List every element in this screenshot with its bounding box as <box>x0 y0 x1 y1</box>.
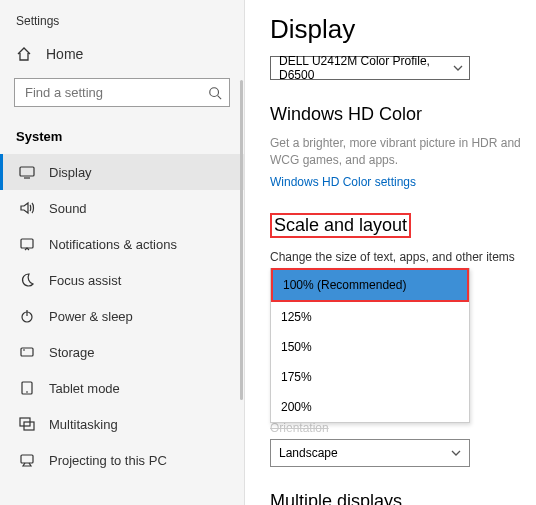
sidebar-item-label: Sound <box>49 201 87 216</box>
sidebar-item-focus-assist[interactable]: Focus assist <box>0 262 244 298</box>
svg-rect-1 <box>20 167 34 176</box>
sidebar-item-tablet-mode[interactable]: Tablet mode <box>0 370 244 406</box>
sidebar-item-storage[interactable]: Storage <box>0 334 244 370</box>
scale-label: Change the size of text, apps, and other… <box>270 250 536 264</box>
nav-list: DisplaySoundNotifications & actionsFocus… <box>0 154 244 478</box>
sidebar-item-multitasking[interactable]: Multitasking <box>0 406 244 442</box>
home-button[interactable]: Home <box>0 38 244 70</box>
sidebar-item-label: Tablet mode <box>49 381 120 396</box>
orientation-select[interactable]: Landscape <box>270 439 470 467</box>
page-title: Display <box>270 14 536 45</box>
orientation-value: Landscape <box>279 446 338 460</box>
scale-option[interactable]: 175% <box>271 362 469 392</box>
projecting-icon <box>19 452 35 468</box>
sidebar-item-label: Notifications & actions <box>49 237 177 252</box>
sidebar-item-label: Focus assist <box>49 273 121 288</box>
chevron-down-icon <box>453 63 463 73</box>
svg-rect-4 <box>21 348 33 356</box>
sidebar-item-display[interactable]: Display <box>0 154 244 190</box>
window-title: Settings <box>0 8 244 38</box>
color-profile-value: DELL U2412M Color Profile, D6500 <box>279 54 443 82</box>
search-container <box>14 78 230 107</box>
sidebar-item-sound[interactable]: Sound <box>0 190 244 226</box>
hd-color-link[interactable]: Windows HD Color settings <box>270 175 536 189</box>
scale-option[interactable]: 100% (Recommended) <box>271 268 469 302</box>
scale-option[interactable]: 150% <box>271 332 469 362</box>
color-profile-select[interactable]: DELL U2412M Color Profile, D6500 <box>270 56 470 80</box>
moon-icon <box>19 272 35 288</box>
storage-icon <box>19 344 35 360</box>
sidebar-item-label: Display <box>49 165 92 180</box>
orientation-label: Orientation <box>270 421 536 435</box>
sidebar-item-notifications-actions[interactable]: Notifications & actions <box>0 226 244 262</box>
scrollbar[interactable] <box>240 80 243 400</box>
sidebar-item-power-sleep[interactable]: Power & sleep <box>0 298 244 334</box>
sidebar-item-label: Power & sleep <box>49 309 133 324</box>
scale-heading: Scale and layout <box>270 213 536 238</box>
home-label: Home <box>46 46 83 62</box>
main-panel: Display DELL U2412M Color Profile, D6500… <box>245 0 536 505</box>
sound-icon <box>19 200 35 216</box>
sidebar-item-label: Multitasking <box>49 417 118 432</box>
home-icon <box>16 46 32 62</box>
power-icon <box>19 308 35 324</box>
sidebar-item-label: Projecting to this PC <box>49 453 167 468</box>
scale-heading-highlight: Scale and layout <box>270 213 411 238</box>
svg-point-0 <box>210 87 219 96</box>
sidebar: Settings Home System DisplaySoundNotific… <box>0 0 245 505</box>
chevron-down-icon <box>451 448 461 458</box>
svg-rect-2 <box>21 239 33 248</box>
hd-color-desc: Get a brighter, more vibrant picture in … <box>270 135 536 169</box>
search-icon <box>208 86 222 100</box>
tablet-icon <box>19 380 35 396</box>
section-label: System <box>0 115 244 154</box>
svg-rect-8 <box>21 455 33 463</box>
scale-dropdown-open[interactable]: 100% (Recommended)125%150%175%200% <box>270 268 470 423</box>
display-icon <box>19 164 35 180</box>
scale-option[interactable]: 125% <box>271 302 469 332</box>
sidebar-item-projecting-to-this-pc[interactable]: Projecting to this PC <box>0 442 244 478</box>
multiple-displays-heading: Multiple displays <box>270 491 536 505</box>
hd-color-heading: Windows HD Color <box>270 104 536 125</box>
search-input[interactable] <box>14 78 230 107</box>
sidebar-item-label: Storage <box>49 345 95 360</box>
multitasking-icon <box>19 416 35 432</box>
scale-option[interactable]: 200% <box>271 392 469 422</box>
notifications-icon <box>19 236 35 252</box>
